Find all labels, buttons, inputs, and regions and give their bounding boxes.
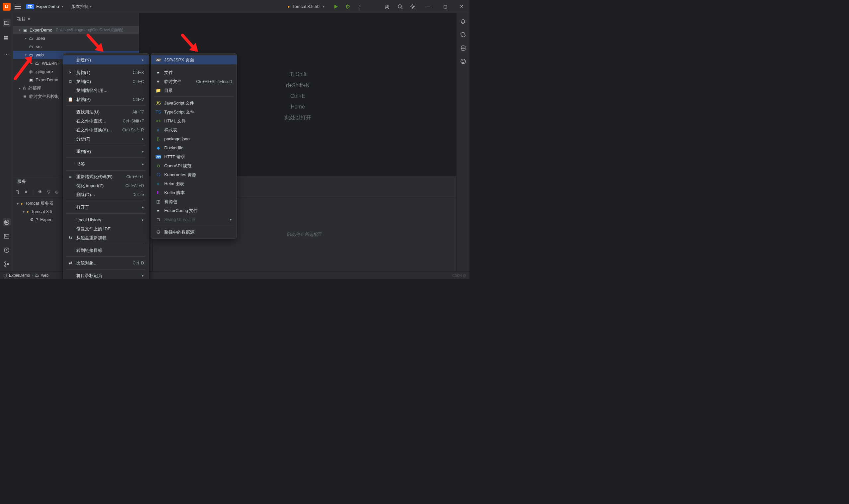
menu-item[interactable]: ⎔Kubernetes 资源 [151, 170, 237, 179]
svg-point-0 [346, 5, 349, 8]
menu-item[interactable]: 复制路径/引用… [63, 86, 149, 95]
chevron-right-icon[interactable]: ▸ [23, 36, 28, 40]
menu-item[interactable]: 修复文件上的 IDE [63, 224, 149, 233]
menu-item[interactable]: 查找用法(U)Alt+F7 [63, 108, 149, 116]
menu-item[interactable]: {}package.json [151, 134, 237, 143]
tree-item-src[interactable]: 🗀 src [13, 42, 139, 51]
terminal-tool-button[interactable] [3, 232, 11, 240]
close-icon[interactable]: ✕ [24, 190, 28, 194]
menu-item[interactable]: 分析(Z)▸ [63, 134, 149, 143]
chevron-right-icon[interactable]: ▸ [29, 61, 34, 65]
menu-item[interactable]: 在文件中替换(A)…Ctrl+Shift+R [63, 125, 149, 134]
close-button[interactable]: ✕ [460, 4, 464, 9]
library-icon: ⎙ [23, 86, 25, 91]
menu-item-shortcut: Ctrl+Alt+L [126, 175, 144, 179]
minimize-button[interactable]: — [426, 4, 431, 9]
ai-tool-icon[interactable] [460, 32, 466, 38]
menu-item[interactable]: 将目录标记为▸ [63, 271, 149, 279]
emoji-tool-icon[interactable] [460, 58, 466, 65]
menu-item-label: 重新格式化代码(R) [76, 174, 123, 180]
menu-item[interactable]: #样式表 [151, 125, 237, 134]
project-name[interactable]: ExperDemo [36, 4, 59, 9]
menu-item[interactable]: ◆Dockerfile [151, 143, 237, 152]
main-menu-button[interactable] [15, 5, 21, 8]
menu-item[interactable]: Local History▸ [63, 215, 149, 224]
services-tool-button[interactable] [3, 218, 11, 226]
menu-item-label: 新建(N) [76, 57, 139, 63]
menu-item[interactable]: <>HTML 文件 [151, 116, 237, 125]
menu-item-shortcut: Alt+F7 [132, 110, 144, 114]
code-with-me-icon[interactable] [384, 4, 391, 10]
menu-item[interactable]: 删除(D)…Delete [63, 190, 149, 199]
menu-item-label: 打开于 [76, 204, 139, 210]
chevron-right-icon[interactable]: ▸ [17, 86, 22, 90]
project-tool-button[interactable] [3, 19, 11, 26]
more-tool-button[interactable]: ⋯ [3, 50, 11, 58]
menu-item[interactable]: 打开于▸ [63, 203, 149, 212]
problems-tool-button[interactable] [3, 246, 11, 254]
menu-item[interactable]: ⊙OpenAPI 规范 [151, 161, 237, 170]
structure-tool-button[interactable] [3, 35, 11, 42]
module-icon: ▣ [23, 28, 27, 33]
menu-item[interactable]: 优化 import(Z)Ctrl+Alt+O [63, 181, 149, 190]
database-tool-icon[interactable] [460, 45, 466, 51]
more-actions-icon[interactable]: ⋮ [357, 4, 361, 9]
menu-item[interactable]: JSJavaScript 文件 [151, 98, 237, 108]
menu-item[interactable]: 转到链接目标 [63, 246, 149, 255]
menu-item[interactable]: KKotlin 脚本 [151, 188, 237, 197]
menu-item-shortcut: Ctrl+Alt+O [125, 183, 144, 188]
scratch-icon: ≣ [23, 94, 26, 99]
tool-window-toggle-icon[interactable]: ▢ [3, 273, 7, 278]
menu-item-shortcut: Ctrl+Shift+R [122, 128, 144, 132]
run-button[interactable] [333, 4, 338, 9]
chevron-down-icon[interactable]: ▾ [17, 28, 22, 32]
svg-point-12 [5, 265, 6, 266]
expand-icon[interactable]: ⇅ [16, 190, 20, 194]
debug-button[interactable] [345, 4, 350, 9]
menu-item[interactable]: APIHTTP 请求 [151, 152, 237, 161]
menu-item-label: 临时文件 [164, 79, 193, 85]
breadcrumb-2[interactable]: web [41, 273, 49, 278]
menu-item[interactable]: ≡重新格式化代码(R)Ctrl+Alt+L [63, 172, 149, 181]
menu-item-label: 重构(R) [76, 149, 139, 155]
settings-icon[interactable] [410, 4, 416, 10]
menu-item-label: 将目录标记为 [76, 273, 139, 279]
menu-item-icon: K [156, 190, 161, 195]
tree-item-idea[interactable]: ▸ 🗀 .idea [13, 34, 139, 42]
menu-item[interactable]: 在文件中查找…Ctrl+Shift+F [63, 116, 149, 125]
breadcrumb-1[interactable]: ExperDemo [9, 273, 30, 278]
view-icon[interactable]: 👁 [38, 190, 42, 194]
menu-item[interactable]: ≡EditorConfig 文件 [151, 206, 237, 215]
vcs-tool-button[interactable] [3, 260, 11, 268]
menu-item[interactable]: TSTypeScript 文件 [151, 108, 237, 116]
menu-item-label: 查找用法(U) [76, 109, 129, 115]
menu-item[interactable]: ≡文件 [151, 68, 237, 77]
menu-item[interactable]: ⇄比较对象…Ctrl+D [63, 258, 149, 267]
add-icon[interactable]: ⊕ [55, 190, 59, 194]
search-icon[interactable] [397, 4, 403, 10]
tree-root[interactable]: ▾ ▣ ExperDemo C:\Users\hongmeng\OneDrive… [13, 26, 139, 34]
menu-item[interactable]: 📋粘贴(P)Ctrl+V [63, 95, 149, 104]
menu-item[interactable]: JSPJSP/JSPX 页面 [151, 55, 237, 65]
menu-item[interactable]: ≡临时文件Ctrl+Alt+Shift+Insert [151, 77, 237, 86]
menu-item[interactable]: ◫资源包 [151, 197, 237, 206]
menu-item[interactable]: ⧉复制(C)Ctrl+C [63, 77, 149, 86]
filter-icon[interactable]: ▽ [47, 190, 50, 194]
chevron-right-icon: ▸ [142, 162, 144, 166]
menu-item[interactable]: 新建(N)▸ [63, 55, 149, 65]
project-pane-header[interactable]: 项目 ▾ [13, 13, 139, 24]
menu-item-icon: ◆ [156, 145, 161, 150]
menu-item[interactable]: ⛁路径中的数据源 [151, 228, 237, 237]
run-config-selector[interactable]: ▸ Tomcat 8.5.50 ▾ [288, 4, 324, 9]
menu-item[interactable]: ↻从磁盘重新加载 [63, 233, 149, 242]
notifications-icon[interactable] [460, 19, 466, 24]
file-icon: ◎ [29, 69, 33, 74]
menu-item[interactable]: 📁目录 [151, 86, 237, 95]
menu-item[interactable]: 书签▸ [63, 160, 149, 168]
menu-item[interactable]: ⎈Helm 图表 [151, 179, 237, 188]
chevron-down-icon[interactable]: ▾ [23, 53, 28, 57]
menu-item[interactable]: ✂剪切(T)Ctrl+X [63, 68, 149, 77]
maximize-button[interactable]: ▢ [443, 4, 447, 9]
menu-item[interactable]: 重构(R)▸ [63, 147, 149, 156]
vcs-menu[interactable]: 版本控制▾ [71, 4, 92, 10]
